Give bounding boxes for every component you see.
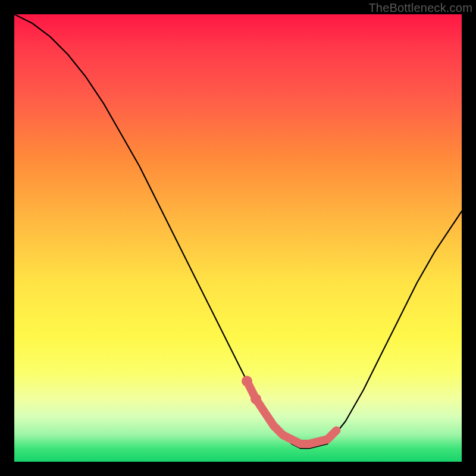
highlight-dot: [242, 376, 252, 387]
chart-frame: TheBottleneck.com: [0, 0, 476, 476]
highlight-dot: [250, 394, 261, 405]
watermark-text: TheBottleneck.com: [368, 1, 472, 15]
bottleneck-curve-line: [14, 14, 462, 448]
chart-svg: [14, 14, 462, 462]
chart-plot-area: [14, 14, 462, 462]
highlight-band-line: [247, 381, 336, 444]
